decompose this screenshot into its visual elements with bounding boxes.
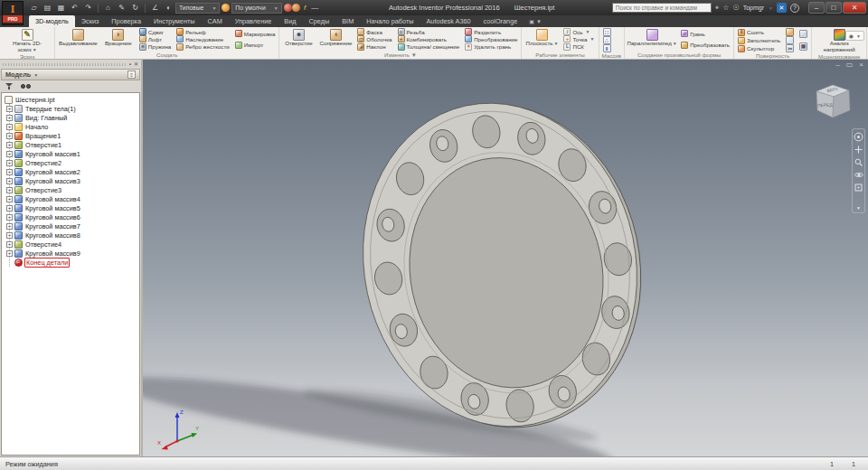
expand-icon[interactable]: + [6,223,13,230]
tree-item-hole-feature[interactable]: +Отверстие4 [6,240,139,249]
expand-icon[interactable]: + [6,169,13,175]
save-icon[interactable]: ▦ [56,3,66,13]
chamfer-button[interactable]: Фаска [357,28,392,35]
new-file-icon[interactable]: ▱ [29,3,39,13]
orbit-icon[interactable] [854,170,863,180]
expand-icon[interactable]: + [6,178,13,184]
viewport-canvas[interactable]: Z Y X [143,60,868,456]
import-button[interactable]: Импорт [235,42,276,49]
browser-switch-icon[interactable]: ≡ [127,70,136,79]
expand-icon[interactable]: + [6,142,13,148]
measure-icon[interactable]: ∠ [150,3,160,13]
tab-3d-модель[interactable]: 3D-модель [29,15,75,27]
tab-начало-работы[interactable]: Начало работы [360,15,420,27]
material-style-dropdown[interactable]: Типовые▼ [175,3,220,14]
tab-autodesk-a360[interactable]: Autodesk A360 [420,15,476,27]
split-button[interactable]: Разделить [465,28,517,35]
visual-options-dropdown[interactable]: ◉▼ [845,31,864,41]
close-icon[interactable]: ✕ [134,61,138,67]
coil-button[interactable]: ≋Пружина [139,43,171,51]
home-icon[interactable]: ⌂ [103,3,113,13]
sculpt-button[interactable]: Скульптор [738,45,780,52]
close-button[interactable]: ✕ [843,2,866,14]
tree-item-part-doc[interactable]: Шестерня.ipt [5,95,139,104]
tree-item-circular-pattern-feature[interactable]: +Круговой массив4 [6,194,139,203]
tab-инструменты[interactable]: Инструменты [147,15,202,27]
doc-restore-button[interactable]: ▭ [846,61,854,69]
tree-item-hole-feature[interactable]: +Отверстие1 [6,140,139,149]
open-icon[interactable]: ▤ [42,3,52,13]
adjust-icon[interactable] [284,4,292,12]
expand-icon[interactable]: + [6,124,13,130]
expand-icon[interactable]: + [6,160,13,166]
material-icon[interactable]: ◐ [164,3,174,13]
tree-item-circular-pattern-feature[interactable]: +Круговой массив3 [6,176,139,185]
expand-icon[interactable]: + [6,241,13,248]
tree-item-origin-folder[interactable]: +Начало [6,122,139,131]
tab-проверка[interactable]: Проверка [105,15,147,27]
app-store-icon[interactable]: ✕ [777,3,787,13]
zoom-icon[interactable] [854,157,863,167]
tree-item-view[interactable]: +Вид: Главный [6,113,139,122]
tree-item-circular-pattern-feature[interactable]: +Круговой массив5 [6,203,139,212]
view-cube[interactable]: ВЕРХ ПЕРЕД [808,76,859,127]
tree-item-circular-pattern-feature[interactable]: +Круговой массив6 [6,212,139,221]
tree-item-hole-feature[interactable]: +Отверстие3 [6,185,139,194]
surf-5-button[interactable]: ▣ [799,42,807,51]
tab-управление[interactable]: Управление [229,15,278,27]
ucs-button[interactable]: LПСК [563,43,594,51]
navbar-more-icon[interactable]: ▼ [856,205,861,211]
loft-button[interactable]: Лофт [139,35,171,42]
undo-icon[interactable]: ↶ [70,3,80,13]
tree-item-circular-pattern-feature[interactable]: +Круговой массив2 [6,167,139,176]
appearance-icon[interactable] [292,4,300,12]
tab-overflow-icon[interactable]: ▣▼ [524,15,542,27]
appearance-style-dropdown[interactable]: По умолчи▼ [231,3,281,14]
tree-item-hole-feature[interactable]: +Отверстие2 [6,158,139,167]
tree-item-circular-pattern-feature[interactable]: +Круговой массив7 [6,221,139,230]
tree-item-revolve-feature[interactable]: +Вращение1 [6,131,139,140]
pattern-rect-button[interactable]: ∷ [603,28,611,36]
help-search-input[interactable] [612,3,712,13]
expand-icon[interactable]: + [6,151,13,157]
filter-icon[interactable] [5,83,13,89]
chevron-down-icon[interactable]: ▼ [769,5,773,11]
redo-icon[interactable]: ↷ [83,3,93,13]
mirror-button[interactable]: ‖ [603,44,611,52]
axis-button[interactable]: /Ось▼ [563,28,594,35]
fillet-button[interactable]: ◖Сопряжение [317,28,354,51]
viewport-3d[interactable]: Z Y X – ▭ × ВЕРХ ПЕРЕД [143,60,868,456]
move-body-button[interactable]: Преобразование [465,35,517,42]
sketch-2d-button[interactable]: ✎Начать 2D-эскиз▼ [2,28,52,53]
patch-button[interactable]: Заполнитель [738,37,780,44]
tree-item-circular-pattern-feature[interactable]: +Круговой массив9 [6,249,139,258]
tree-item-circular-pattern-feature[interactable]: +Круговой массив8 [6,230,139,240]
emboss-button[interactable]: Рельеф [176,28,229,35]
browser-header[interactable]: Модель ▼ ≡ [1,69,140,80]
tab-bim[interactable]: BIM [335,15,360,27]
tab-вид[interactable]: Вид [278,15,302,27]
point-button[interactable]: +Точка▼ [563,35,594,42]
favorites-icon[interactable]: ☆ [722,4,729,12]
surf-4-button[interactable] [799,30,807,38]
signed-in-user[interactable]: Topmgr [743,5,764,11]
expand-icon[interactable]: + [6,232,13,239]
expand-icon[interactable]: + [6,250,13,257]
tab-среды[interactable]: Среды [303,15,336,27]
community-icon[interactable]: ⌖ [715,4,720,13]
sketch-icon[interactable]: ✎ [117,3,127,13]
line-style-icon[interactable]: — [310,3,320,13]
freeform-box-button[interactable]: Параллелепипед▼ [627,28,677,51]
pattern-circ-button[interactable]: ∴ [603,36,611,44]
application-menu-button[interactable]: I PRO [2,1,24,25]
combine-button[interactable]: +Комбинировать [398,35,460,42]
draft-button[interactable]: ◢Наклон [357,43,392,51]
tree-item-circular-pattern-feature[interactable]: +Круговой массив1 [6,149,139,158]
surf-3-button[interactable]: ✂ [786,44,794,52]
decal-button[interactable]: Маркировка [235,30,276,37]
surf-2-button[interactable] [786,36,794,44]
thicken-button[interactable]: Толщина/ смещение [398,43,460,51]
dock-pin-icon[interactable]: ▪ [129,61,131,67]
doc-close-button[interactable]: × [859,61,863,69]
maximize-button[interactable]: □ [826,2,842,14]
